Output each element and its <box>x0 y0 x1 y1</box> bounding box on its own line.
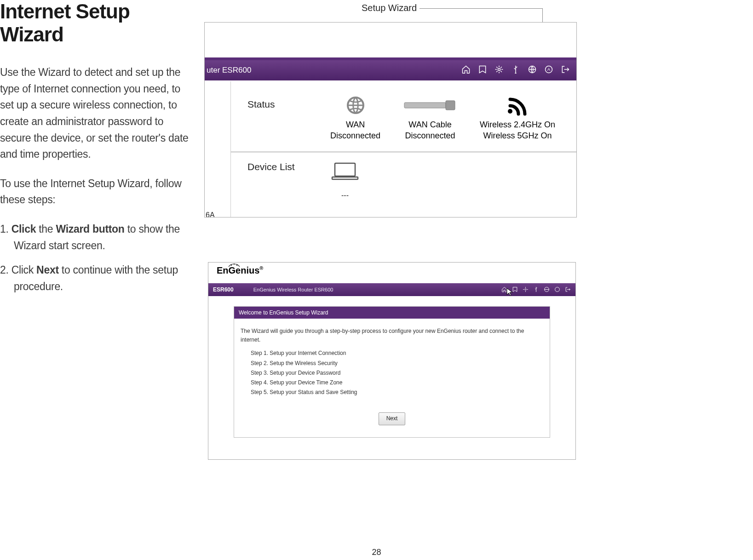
language-icon[interactable] <box>528 65 537 76</box>
router-header-bar: uter ESR600 A <box>205 60 576 80</box>
svg-point-13 <box>525 288 526 290</box>
screenshot-setup-wizard: EnGenius® ESR600 EnGenius Wireless Route… <box>208 262 576 460</box>
step-2-text-c: procedure. <box>0 279 189 295</box>
step-1-bold-click: Click <box>11 223 36 235</box>
wizard-panel: Welcome to EnGenius Setup Wizard The Wiz… <box>234 306 550 438</box>
step-2-bold-next: Next <box>36 264 59 276</box>
home-icon[interactable] <box>461 65 471 76</box>
device-list-section: Device List --- <box>231 152 576 204</box>
model-number: ESR600 <box>213 286 234 293</box>
brand-logo: EnGenius® <box>217 265 263 276</box>
screenshot-router-status: uter ESR600 A Status WAN <box>204 22 577 217</box>
usb-icon[interactable] <box>533 286 539 293</box>
wifi-icon <box>480 94 555 116</box>
svg-rect-9 <box>332 177 358 179</box>
step-1-bold-wizard: Wizard button <box>56 223 124 235</box>
wizard-step-5: Step 5. Setup your Status and Save Setti… <box>251 388 543 397</box>
brand-reg: ® <box>259 265 263 271</box>
wan-cable-status: WAN Cable Disconnected <box>402 94 458 142</box>
svg-text:A: A <box>547 67 551 72</box>
step-2-text-a: Click <box>11 264 36 276</box>
logout-icon[interactable] <box>561 65 570 76</box>
status-label: Status <box>247 99 303 110</box>
status-section: Status WAN Disconnected WAN Cable <box>231 81 576 152</box>
step-1-text-a: the <box>36 223 56 235</box>
wifi-line2: Wireless 5GHz On <box>480 130 555 141</box>
step-1-number: 1. <box>0 223 11 235</box>
wizard-step-1: Step 1. Setup your Internet Connection <box>251 349 543 358</box>
fragment-6a: 6A <box>206 211 215 217</box>
svg-point-10 <box>231 265 232 266</box>
wizard-step-4: Step 4. Setup your Device Time Zone <box>251 378 543 387</box>
device-item: --- <box>330 161 360 200</box>
router-header-bar-small: ESR600 EnGenius Wireless Router ESR600 <box>208 283 575 296</box>
wizard-step-3: Step 3. Setup your Device Password <box>251 369 543 377</box>
callout-setup-wizard-label: Setup Wizard <box>359 3 420 13</box>
wan-line2: Disconnected <box>330 130 380 141</box>
page-number: 28 <box>0 548 753 557</box>
intro-paragraph: Use the Wizard to detect and set up the … <box>0 64 189 163</box>
refresh-icon[interactable]: A <box>544 65 553 76</box>
instruction-lead: To use the Internet Setup Wizard, follow… <box>0 176 189 208</box>
model-description: EnGenius Wireless Router ESR600 <box>253 287 333 292</box>
wizard-panel-title: Welcome to EnGenius Setup Wizard <box>234 307 550 319</box>
svg-point-0 <box>498 68 500 70</box>
network-icon[interactable] <box>494 65 504 76</box>
mouse-cursor-icon <box>506 288 513 297</box>
svg-point-11 <box>234 264 235 265</box>
svg-rect-5 <box>404 103 446 108</box>
usb-icon[interactable] <box>511 65 520 76</box>
step-1: 1. Click the Wizard button to show the W… <box>0 221 189 254</box>
svg-point-12 <box>236 265 237 266</box>
device-list-label: Device List <box>247 161 303 172</box>
wan-status: WAN Disconnected <box>330 94 380 142</box>
step-1-text-b: to show the <box>125 223 180 235</box>
svg-point-7 <box>508 109 512 114</box>
page-title: Internet Setup Wizard <box>0 0 189 46</box>
next-button[interactable]: Next <box>379 412 406 425</box>
wifi-line1: Wireless 2.4GHz On <box>480 119 555 130</box>
step-1-text-c: Wizard start screen. <box>0 238 189 254</box>
laptop-icon <box>330 161 360 182</box>
step-2-number: 2. <box>0 264 11 276</box>
svg-rect-6 <box>446 101 455 110</box>
device-placeholder: --- <box>330 191 360 200</box>
wizard-intro-text: The Wizard will guide you through a step… <box>241 327 543 344</box>
svg-rect-8 <box>335 163 355 176</box>
wireless-status: Wireless 2.4GHz On Wireless 5GHz On <box>480 94 555 142</box>
cable-line1: WAN Cable <box>402 119 458 130</box>
wizard-step-2: Step 2. Setup the Wireless Security <box>251 359 543 368</box>
router-breadcrumb: uter ESR600 <box>207 66 251 75</box>
step-2: 2. Click Next to continue with the setup… <box>0 262 189 295</box>
refresh-icon[interactable] <box>554 286 560 293</box>
wan-line1: WAN <box>330 119 380 130</box>
logout-icon[interactable] <box>565 286 571 293</box>
wizard-icon[interactable] <box>478 65 487 76</box>
globe-icon <box>330 94 380 116</box>
step-2-text-b: to continue with the setup <box>59 264 178 276</box>
language-icon[interactable] <box>544 286 550 293</box>
cable-line2: Disconnected <box>402 130 458 141</box>
svg-point-15 <box>555 287 560 291</box>
cable-icon <box>402 94 458 116</box>
network-icon[interactable] <box>523 286 529 293</box>
